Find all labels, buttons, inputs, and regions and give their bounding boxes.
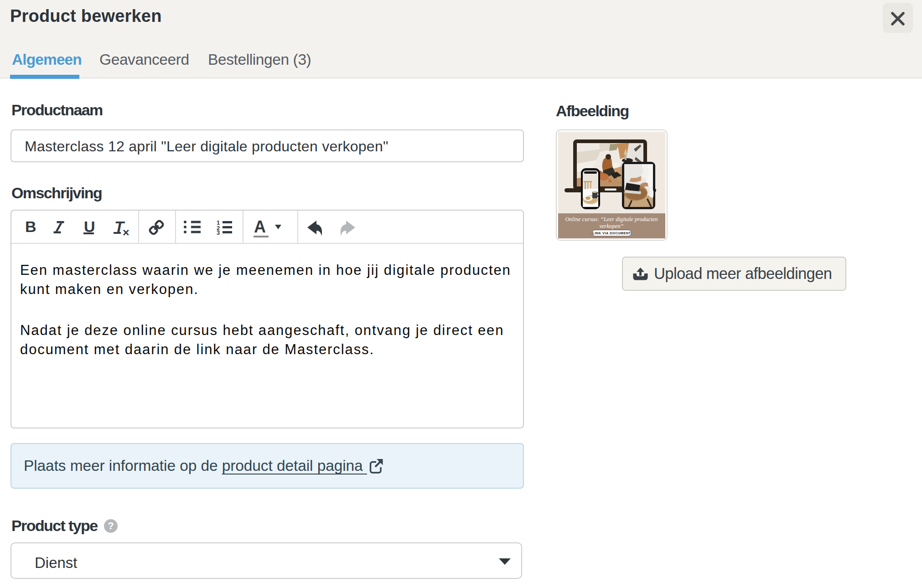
svg-text:verkopen”: verkopen”: [599, 223, 623, 229]
svg-text:Online cursus: “Leer digitale: Online cursus: “Leer digitale producten: [565, 216, 658, 222]
svg-text:3: 3: [217, 229, 220, 235]
svg-text:LINK VIA DOCUMENT: LINK VIA DOCUMENT: [592, 231, 631, 235]
